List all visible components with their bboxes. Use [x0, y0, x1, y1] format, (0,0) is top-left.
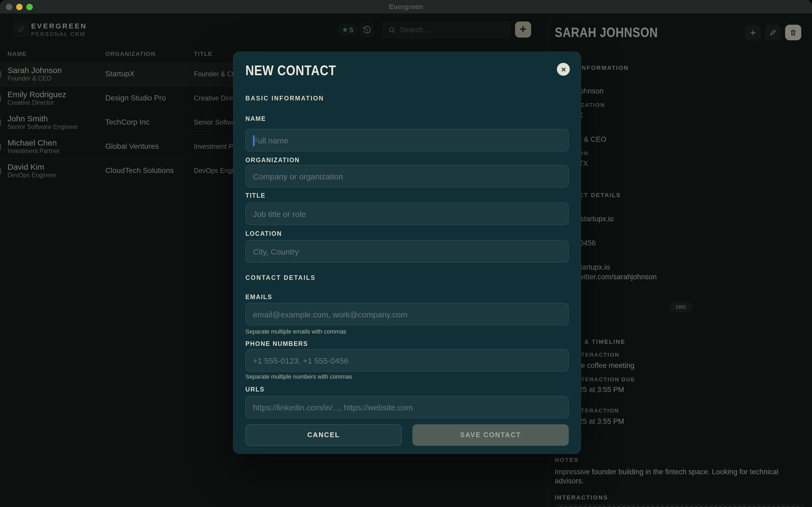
organization-input[interactable]: [246, 165, 568, 187]
urls-label: URLS: [245, 386, 265, 393]
name-input[interactable]: [246, 129, 568, 151]
organization-field-wrap: [245, 165, 569, 187]
title-input[interactable]: [246, 203, 568, 225]
location-field-wrap: [245, 240, 569, 263]
location-label: LOCATION: [245, 230, 282, 237]
text-caret: [253, 135, 254, 146]
urls-input[interactable]: [246, 396, 568, 418]
modal-title: NEW CONTACT: [245, 62, 336, 79]
phones-input[interactable]: [246, 350, 568, 371]
phones-field-wrap: [245, 349, 569, 372]
window-title: Evergreen: [0, 3, 812, 11]
save-contact-button[interactable]: SAVE CONTACT: [412, 424, 569, 446]
title-label: TITLE: [245, 192, 266, 199]
title-field-wrap: [245, 203, 569, 225]
cancel-button[interactable]: CANCEL: [245, 424, 402, 446]
app-window: Evergreen EVERGREEN PERSONAL CRM 5: [0, 0, 812, 507]
name-label: NAME: [245, 115, 266, 122]
modal-section-basic: BASIC INFORMATION: [245, 95, 324, 102]
emails-input[interactable]: [246, 303, 568, 325]
emails-label: EMAILS: [245, 294, 272, 300]
emails-hint: Separate multiple emails with commas: [245, 328, 346, 335]
phones-label: PHONE NUMBERS: [245, 340, 308, 347]
phones-hint: Separate multiple numbers with commas: [245, 373, 352, 380]
location-input[interactable]: [246, 241, 568, 262]
modal-section-contact: CONTACT DETAILS: [245, 274, 316, 281]
titlebar: Evergreen: [0, 0, 812, 14]
close-button[interactable]: [557, 63, 570, 76]
new-contact-modal: NEW CONTACT BASIC INFORMATION NAME ORGAN…: [233, 52, 581, 454]
urls-field-wrap: [245, 396, 569, 418]
close-icon: [561, 66, 566, 72]
emails-field-wrap: [245, 303, 569, 326]
organization-label: ORGANIZATION: [245, 157, 300, 163]
name-field-wrap: [245, 129, 569, 152]
